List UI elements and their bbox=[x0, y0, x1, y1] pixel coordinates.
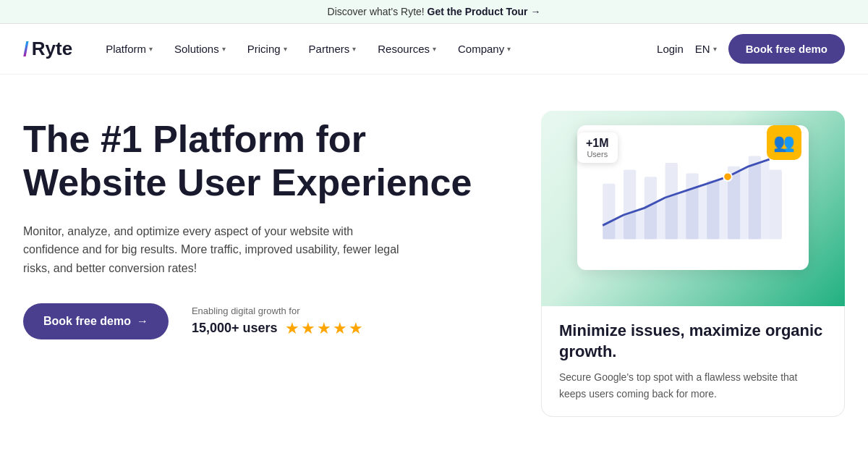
star-1: ★ bbox=[285, 319, 299, 338]
users-badge: +1M Users bbox=[577, 132, 618, 163]
star-3: ★ bbox=[317, 319, 331, 338]
social-proof-label: Enabling digital growth for bbox=[192, 305, 363, 316]
nav-item-resources[interactable]: Resources ▾ bbox=[367, 37, 446, 61]
hero-demo-button[interactable]: Book free demo → bbox=[23, 303, 169, 339]
hero-section: The #1 Platform for Website User Experie… bbox=[0, 75, 868, 452]
logo-link[interactable]: / Ryte bbox=[23, 38, 72, 61]
hero-subtitle: Monitor, analyze, and optimize every asp… bbox=[23, 222, 399, 278]
hero-demo-label: Book free demo bbox=[43, 315, 131, 328]
hero-illustration: +1M Users 👥 bbox=[541, 111, 845, 306]
svg-rect-8 bbox=[770, 170, 782, 240]
cta-block-title: Minimize issues, maximize organic growth… bbox=[559, 321, 827, 362]
chart-svg bbox=[589, 137, 797, 258]
banner-cta-link[interactable]: Get the Product Tour → bbox=[427, 6, 541, 17]
star-2: ★ bbox=[301, 319, 315, 338]
hero-demo-arrow: → bbox=[137, 315, 148, 328]
nav-demo-button[interactable]: Book free demo bbox=[728, 34, 845, 64]
cta-text-block: Minimize issues, maximize organic growth… bbox=[541, 306, 845, 417]
banner-cta-arrow: → bbox=[530, 6, 540, 17]
hero-social-proof: Enabling digital growth for 15,000+ user… bbox=[192, 305, 363, 338]
logo-text: Ryte bbox=[32, 38, 72, 60]
add-users-icon: 👥 bbox=[767, 125, 801, 160]
hero-cta-row: Book free demo → Enabling digital growth… bbox=[23, 303, 512, 339]
nav-item-partners[interactable]: Partners ▾ bbox=[299, 37, 367, 61]
chevron-down-icon: ▾ bbox=[507, 45, 511, 53]
nav-right: Login EN ▾ Book free demo bbox=[657, 34, 845, 64]
cta-block-description: Secure Google's top spot with a flawless… bbox=[559, 369, 827, 402]
chevron-down-icon: ▾ bbox=[713, 45, 717, 53]
hero-left: The #1 Platform for Website User Experie… bbox=[23, 111, 512, 339]
nav-lang-selector[interactable]: EN ▾ bbox=[695, 43, 717, 55]
nav-login-link[interactable]: Login bbox=[657, 43, 684, 55]
nav-company-label: Company bbox=[458, 43, 504, 55]
chevron-down-icon: ▾ bbox=[352, 45, 356, 53]
chevron-down-icon: ▾ bbox=[284, 45, 287, 53]
svg-point-10 bbox=[723, 172, 732, 181]
add-users-emoji: 👥 bbox=[773, 132, 795, 153]
top-banner: Discover what's Ryte! Get the Product To… bbox=[0, 0, 868, 24]
logo-slash: / bbox=[23, 38, 29, 61]
star-5: ★ bbox=[349, 319, 363, 338]
star-rating: ★ ★ ★ ★ ★ bbox=[285, 319, 363, 338]
main-nav: / Ryte Platform ▾ Solutions ▾ Pricing ▾ … bbox=[0, 24, 868, 75]
chevron-down-icon: ▾ bbox=[222, 45, 226, 53]
nav-solutions-label: Solutions bbox=[174, 43, 219, 55]
nav-resources-label: Resources bbox=[378, 43, 430, 55]
nav-pricing-label: Pricing bbox=[247, 43, 281, 55]
users-badge-count: +1M bbox=[586, 137, 609, 150]
hero-title: The #1 Platform for Website User Experie… bbox=[23, 118, 512, 205]
nav-item-company[interactable]: Company ▾ bbox=[448, 37, 521, 61]
banner-cta-text: Get the Product Tour bbox=[427, 6, 528, 17]
chevron-down-icon: ▾ bbox=[149, 45, 153, 53]
hero-right: +1M Users 👥 Minimize issues, maximize or… bbox=[541, 111, 845, 417]
nav-lang-label: EN bbox=[695, 43, 710, 55]
chevron-down-icon: ▾ bbox=[433, 45, 436, 53]
star-4: ★ bbox=[333, 319, 347, 338]
nav-item-platform[interactable]: Platform ▾ bbox=[95, 37, 163, 61]
banner-text: Discover what's Ryte! bbox=[328, 6, 425, 17]
nav-partners-label: Partners bbox=[309, 43, 350, 55]
users-badge-label: Users bbox=[586, 150, 609, 159]
users-count: 15,000+ users bbox=[192, 321, 278, 336]
social-proof-main: 15,000+ users ★ ★ ★ ★ ★ bbox=[192, 319, 363, 338]
nav-items: Platform ▾ Solutions ▾ Pricing ▾ Partner… bbox=[95, 37, 657, 61]
nav-item-pricing[interactable]: Pricing ▾ bbox=[237, 37, 297, 61]
nav-item-solutions[interactable]: Solutions ▾ bbox=[164, 37, 236, 61]
nav-platform-label: Platform bbox=[106, 43, 146, 55]
